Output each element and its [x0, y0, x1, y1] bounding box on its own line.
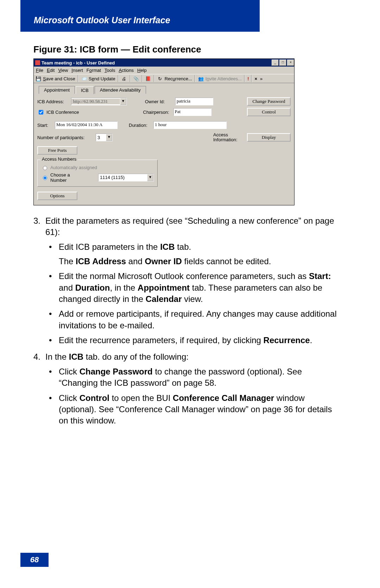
recurrence-icon: ↻ [157, 75, 163, 82]
window-titlebar: Team meeting - icb - User Defined _ □ × [34, 59, 294, 67]
tab-icb[interactable]: ICB [76, 86, 94, 94]
maximize-button[interactable]: □ [279, 60, 286, 66]
menu-format[interactable]: Format [87, 68, 101, 73]
num-participants-label: Number of participants: [37, 135, 94, 140]
toolbar-more-button[interactable]: » [260, 76, 262, 81]
menu-actions[interactable]: Actions [119, 68, 134, 73]
num-participants-dropdown[interactable]: 3 ▼ [96, 134, 113, 141]
close-window-button[interactable]: × [287, 60, 294, 66]
delete-button[interactable]: × [254, 76, 257, 81]
start-label: Start: [37, 123, 53, 128]
icb-address-dropdown[interactable]: http://62.90.58.231 ▼ [71, 98, 127, 105]
options-button[interactable]: Options [37, 192, 77, 200]
control-button[interactable]: Control [247, 108, 291, 116]
free-ports-button[interactable]: Free Ports [37, 146, 77, 155]
print-icon[interactable]: 🖨 [121, 75, 127, 82]
icb-conference-checkbox[interactable] [39, 110, 43, 114]
num-participants-value: 3 [96, 135, 106, 140]
auto-assigned-label: Automatically assigned [50, 165, 97, 170]
icb-conference-label: ICB Conference [46, 110, 79, 115]
menu-file[interactable]: File [36, 68, 43, 73]
bullet-3: • Add or remove participants, if require… [49, 308, 340, 331]
attach-icon[interactable]: 📎 [133, 75, 139, 82]
send-update-button[interactable]: Send Update [89, 76, 115, 81]
menu-insert[interactable]: Insert [71, 68, 83, 73]
save-icon: 💾 [35, 75, 42, 82]
bullet-2: • Edit the normal Microsoft Outlook conf… [49, 271, 340, 305]
form-body: Appointment ICB Attendee Availability IC… [34, 83, 294, 205]
choose-number-label: Choose a Number [50, 172, 87, 183]
choose-number-dropdown[interactable]: 1114 (1115) ▼ [98, 174, 154, 181]
send-icon: 📨 [81, 75, 87, 82]
owner-id-label: Owner Id: [145, 99, 173, 104]
icb-address-value: http://62.90.58.231 [71, 99, 120, 104]
owner-id-field[interactable]: patricia [175, 98, 213, 105]
access-numbers-group: Access Numbers Automatically assigned Ch… [37, 160, 158, 187]
toolbar: 💾 Save and Close 📨 Send Update 🖨 📎 📕 ↻ R… [34, 74, 294, 83]
outlook-window: Team meeting - icb - User Defined _ □ × … [33, 58, 294, 205]
tab-appointment[interactable]: Appointment [39, 86, 75, 94]
chevron-down-icon[interactable]: ▼ [120, 98, 126, 105]
change-password-button[interactable]: Change Password [247, 97, 291, 106]
menu-edit[interactable]: Edit [47, 68, 55, 73]
window-title: Team meeting - icb - User Defined [42, 60, 115, 66]
page-number: 68 [20, 553, 49, 567]
figure-caption: Figure 31: ICB form — Edit conference [33, 44, 340, 55]
step-4-number: 4. [33, 351, 45, 363]
menu-view[interactable]: View [58, 68, 68, 73]
display-button[interactable]: Display [247, 133, 291, 142]
start-field[interactable]: Mon 16/02/2004 11:30 A [55, 121, 118, 129]
minimize-button[interactable]: _ [272, 60, 279, 66]
tabs: Appointment ICB Attendee Availability [37, 86, 291, 94]
page-header-title: Microsoft Outlook User Interface [34, 15, 170, 25]
menu-help[interactable]: Help [137, 68, 147, 73]
invite-attendees-icon: 👥 [198, 75, 204, 82]
step-3-text: Edit the parameters as required (see “Sc… [45, 215, 340, 238]
high-importance-button[interactable]: ! [247, 76, 249, 81]
chairperson-label: Chairperson: [143, 110, 171, 115]
step-3-number: 3. [33, 215, 45, 238]
app-icon [35, 60, 40, 65]
book-icon[interactable]: 📕 [145, 75, 151, 82]
bullet-1-sub: The ICB Address and Owner ID fields cann… [59, 256, 340, 267]
choose-number-radio[interactable] [43, 176, 47, 180]
page-header: Microsoft Outlook User Interface [20, 0, 260, 32]
bullet-5: • Click Change Password to change the pa… [49, 366, 340, 389]
access-numbers-legend: Access Numbers [40, 156, 78, 162]
menubar: File Edit View Insert Format Tools Actio… [34, 67, 294, 74]
duration-label: Duration: [129, 123, 151, 128]
chevron-down-icon[interactable]: ▼ [106, 134, 112, 141]
duration-field[interactable]: 1 hour [153, 121, 227, 129]
document-body: 3. Edit the parameters as required (see … [33, 215, 340, 427]
step-3: 3. Edit the parameters as required (see … [33, 215, 340, 238]
menu-tools[interactable]: Tools [104, 68, 115, 73]
access-information-label: AccessInformation: [213, 132, 245, 143]
invite-attendees-button: Invite Attendees... [205, 76, 242, 81]
step-4: 4. In the ICB tab. do any of the followi… [33, 351, 340, 363]
bullet-4: • Edit the recurrence parameters, if req… [49, 335, 340, 346]
tab-attendee-availability[interactable]: Attendee Availability [95, 86, 146, 94]
icb-address-label: ICB Address: [37, 99, 69, 104]
auto-assigned-radio[interactable] [43, 166, 47, 170]
bullet-1: • Edit ICB parameters in the ICB tab. [49, 241, 340, 253]
recurrence-button[interactable]: Recurrence... [165, 76, 192, 81]
bullet-6: • Click Control to open the BUI Conferen… [49, 392, 340, 427]
save-and-close-button[interactable]: Save and Close [43, 76, 75, 81]
choose-number-value: 1114 (1115) [99, 175, 147, 180]
chairperson-field[interactable]: Pat [173, 108, 211, 116]
chevron-down-icon[interactable]: ▼ [147, 174, 153, 181]
